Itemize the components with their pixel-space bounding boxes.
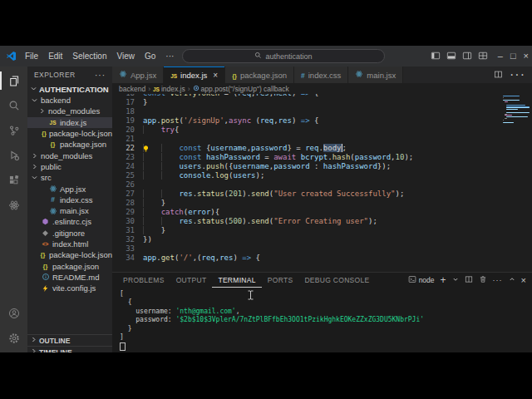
code-editor[interactable]: 16const verifyToken = (req,res,next) => … [112,94,532,272]
code-line-31[interactable]: 31 } [112,226,532,235]
tab-index-css[interactable]: #index.css [294,66,348,83]
workspace-root-folder[interactable]: AUTHENTICATION [27,83,112,95]
window-restore-button[interactable]: □ [510,46,516,66]
breadcrumb-item-0[interactable]: backend [119,85,145,93]
tree-item-node-modules[interactable]: node_modules [27,106,112,116]
panel-tab-terminal[interactable]: TERMINAL [212,273,261,288]
explorer-actions-more[interactable]: ··· [95,71,106,80]
code-line-26[interactable]: 26 [112,180,532,190]
menu-go[interactable]: Go [140,52,160,61]
panel-tab-ports[interactable]: PORTS [262,273,299,288]
tree-item-main-jsx[interactable]: main.jsx [27,205,112,216]
tree-item-package-json[interactable]: {}package.json [27,260,112,271]
tree-item-node-modules[interactable]: node_modules [27,150,112,160]
code-token: password [251,144,287,152]
code-token: req [201,254,214,262]
close-panel-button[interactable]: × [521,275,526,285]
tree-item-public[interactable]: public [27,161,112,172]
menu-edit[interactable]: Edit [43,52,67,61]
activity-source-control-icon[interactable] [0,118,27,143]
code-line-21[interactable]: 21 [112,135,532,144]
code-line-29[interactable]: 29 catch(error){ [112,208,532,217]
window-minimize-button[interactable]: – [498,46,503,66]
editor-more-actions[interactable]: ··· [510,67,525,82]
code-line-28[interactable]: 28 } [112,199,532,208]
code-line-19[interactable]: 19app.post('/signUp',async (req,res) => … [112,116,532,126]
sidebar-section-outline[interactable]: OUTLINE [27,334,112,346]
code-line-34[interactable]: 34app.get('/',(req,res) => { [112,254,532,263]
activity-run-debug-icon[interactable] [0,143,27,168]
panel-more-actions[interactable]: ··· [493,276,503,284]
activity-settings-gear-icon[interactable] [0,326,27,351]
code-line-32[interactable]: 32}) [112,235,532,244]
menu-selection[interactable]: Selection [67,52,111,61]
tree-item-index-html[interactable]: <>index.html [27,239,112,249]
tab-label: index.css [308,71,342,80]
menu-view[interactable]: View [112,52,140,61]
code-line-25[interactable]: 25 console.log(users); [112,171,532,180]
command-center-search[interactable]: authentication [182,49,385,63]
terminal-output[interactable]: [ { username: 'nth@gmail.com', password:… [112,288,532,353]
window-close-button[interactable]: × [524,46,529,66]
menu-more[interactable]: ··· [160,46,179,66]
breadcrumb-item-2[interactable]: app.post("/signUp") callback [193,85,289,93]
terminal-dropdown-chevron-icon[interactable] [452,276,459,284]
react-file-icon [119,70,127,80]
activity-account-icon[interactable] [0,301,27,326]
activity-search-icon[interactable] [0,93,27,118]
customize-layout-icon[interactable] [478,51,488,62]
tree-item-eslintrc-cjs[interactable]: .eslintrc.cjs [27,216,112,227]
tab-index-js[interactable]: JSindex.js× [164,66,225,83]
tree-item-package-lock-json[interactable]: {}package-lock.json [27,128,112,139]
selected-word: body [323,144,342,152]
panel-tab-debug-console[interactable]: DEBUG CONSOLE [298,273,375,288]
code-token: res [278,116,292,125]
kill-terminal-icon[interactable] [479,275,487,285]
toggle-panel-icon[interactable] [446,51,456,62]
activity-explorer-icon[interactable] [0,68,27,93]
code-line-18[interactable]: 18 [112,107,532,116]
code-token: status [197,217,224,225]
code-line-22[interactable]: 22 const {username,password} = req.body; [112,144,532,153]
code-line-20[interactable]: 20 try{ [112,126,532,135]
code-token: next [273,94,292,97]
activity-atom-icon[interactable] [0,193,27,218]
panel-tab-problems[interactable]: PROBLEMS [117,273,170,288]
tree-item-index-css[interactable]: #index.css [27,195,112,205]
tree-item-backend[interactable]: backend [27,95,112,106]
tree-item-gitignore[interactable]: .gitignore [27,228,112,239]
toggle-secondary-sidebar-icon[interactable] [462,51,472,62]
sidebar-section-timeline[interactable]: TIMELINE [27,346,112,352]
breadcrumb-item-1[interactable]: JSindex.js [153,85,185,93]
tree-item-package-lock-json[interactable]: {}package-lock.json [27,249,112,260]
terminal-shell-item[interactable]: node [408,275,435,285]
tab-app-jsx[interactable]: App.jsx [112,66,164,83]
code-line-23[interactable]: 23 const hashPassword = await bcrypt.has… [112,153,532,162]
code-line-27[interactable]: 27 res.status(201).send("User created Su… [112,190,532,199]
tab-package-json[interactable]: {}package.json [225,66,294,83]
tab-close-icon[interactable]: × [213,71,218,80]
split-editor-icon[interactable] [494,67,503,82]
tree-item-index-js[interactable]: JSindex.js [27,117,112,128]
tree-item-vite-config-js[interactable]: vite.config.js [27,283,112,293]
tree-item-readme-md[interactable]: README.md [27,272,112,283]
maximize-panel-chevron-icon[interactable] [509,276,515,284]
code-line-17[interactable]: 17} [112,98,532,107]
tree-item-package-json[interactable]: {}package.json [27,139,112,150]
tab-main-jsx[interactable]: main.jsx [348,66,403,83]
activity-extensions-icon[interactable] [0,168,27,193]
code-token: ) [292,94,301,97]
code-line-33[interactable]: 33 [112,244,532,254]
menu-file[interactable]: File [20,52,43,61]
code-token: ,( [193,254,202,262]
tree-item-src[interactable]: src [27,172,112,183]
panel-tab-output[interactable]: OUTPUT [170,273,213,288]
code-line-30[interactable]: 30 res.status(500).send("Error Creating … [112,217,532,226]
split-terminal-icon[interactable] [465,275,473,285]
code-line-24[interactable]: 24 users.push({username,password : hashP… [112,162,532,171]
line-number: 34 [112,254,135,263]
toggle-sidebar-icon[interactable] [431,51,441,62]
tree-item-app-jsx[interactable]: App.jsx [27,183,112,194]
new-terminal-button[interactable]: + [441,274,446,286]
minimap[interactable] [503,96,528,124]
